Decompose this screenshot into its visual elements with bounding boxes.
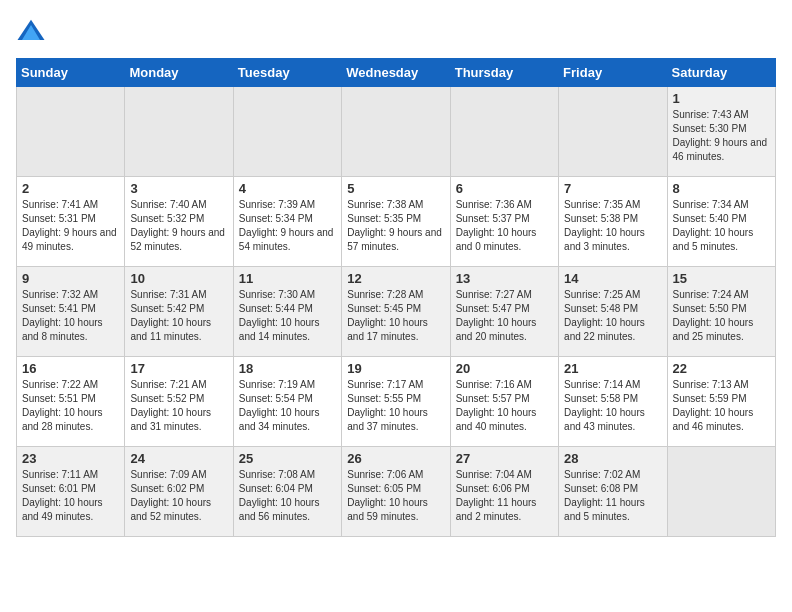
calendar-table: SundayMondayTuesdayWednesdayThursdayFrid…: [16, 58, 776, 537]
weekday-header-monday: Monday: [125, 59, 233, 87]
day-number: 6: [456, 181, 553, 196]
day-number: 24: [130, 451, 227, 466]
calendar-cell: [450, 87, 558, 177]
day-number: 18: [239, 361, 336, 376]
calendar-cell: [667, 447, 775, 537]
day-info: Sunrise: 7:08 AM Sunset: 6:04 PM Dayligh…: [239, 468, 336, 524]
day-info: Sunrise: 7:38 AM Sunset: 5:35 PM Dayligh…: [347, 198, 444, 254]
calendar-cell: 3Sunrise: 7:40 AM Sunset: 5:32 PM Daylig…: [125, 177, 233, 267]
day-info: Sunrise: 7:28 AM Sunset: 5:45 PM Dayligh…: [347, 288, 444, 344]
calendar-cell: 21Sunrise: 7:14 AM Sunset: 5:58 PM Dayli…: [559, 357, 667, 447]
day-number: 23: [22, 451, 119, 466]
weekday-header-tuesday: Tuesday: [233, 59, 341, 87]
weekday-header-saturday: Saturday: [667, 59, 775, 87]
day-info: Sunrise: 7:06 AM Sunset: 6:05 PM Dayligh…: [347, 468, 444, 524]
week-row-3: 9Sunrise: 7:32 AM Sunset: 5:41 PM Daylig…: [17, 267, 776, 357]
day-number: 22: [673, 361, 770, 376]
calendar-cell: 13Sunrise: 7:27 AM Sunset: 5:47 PM Dayli…: [450, 267, 558, 357]
page-header: [16, 16, 776, 46]
day-info: Sunrise: 7:40 AM Sunset: 5:32 PM Dayligh…: [130, 198, 227, 254]
calendar-cell: 27Sunrise: 7:04 AM Sunset: 6:06 PM Dayli…: [450, 447, 558, 537]
day-info: Sunrise: 7:41 AM Sunset: 5:31 PM Dayligh…: [22, 198, 119, 254]
week-row-5: 23Sunrise: 7:11 AM Sunset: 6:01 PM Dayli…: [17, 447, 776, 537]
day-number: 4: [239, 181, 336, 196]
day-info: Sunrise: 7:16 AM Sunset: 5:57 PM Dayligh…: [456, 378, 553, 434]
calendar-cell: 18Sunrise: 7:19 AM Sunset: 5:54 PM Dayli…: [233, 357, 341, 447]
day-info: Sunrise: 7:35 AM Sunset: 5:38 PM Dayligh…: [564, 198, 661, 254]
day-info: Sunrise: 7:39 AM Sunset: 5:34 PM Dayligh…: [239, 198, 336, 254]
calendar-cell: 20Sunrise: 7:16 AM Sunset: 5:57 PM Dayli…: [450, 357, 558, 447]
calendar-cell: 8Sunrise: 7:34 AM Sunset: 5:40 PM Daylig…: [667, 177, 775, 267]
day-number: 5: [347, 181, 444, 196]
day-number: 13: [456, 271, 553, 286]
day-number: 2: [22, 181, 119, 196]
day-number: 9: [22, 271, 119, 286]
day-number: 12: [347, 271, 444, 286]
day-info: Sunrise: 7:25 AM Sunset: 5:48 PM Dayligh…: [564, 288, 661, 344]
calendar-cell: 16Sunrise: 7:22 AM Sunset: 5:51 PM Dayli…: [17, 357, 125, 447]
day-number: 19: [347, 361, 444, 376]
calendar-cell: [125, 87, 233, 177]
day-info: Sunrise: 7:19 AM Sunset: 5:54 PM Dayligh…: [239, 378, 336, 434]
calendar-cell: 12Sunrise: 7:28 AM Sunset: 5:45 PM Dayli…: [342, 267, 450, 357]
day-info: Sunrise: 7:24 AM Sunset: 5:50 PM Dayligh…: [673, 288, 770, 344]
weekday-header-sunday: Sunday: [17, 59, 125, 87]
day-info: Sunrise: 7:09 AM Sunset: 6:02 PM Dayligh…: [130, 468, 227, 524]
week-row-1: 1Sunrise: 7:43 AM Sunset: 5:30 PM Daylig…: [17, 87, 776, 177]
day-info: Sunrise: 7:30 AM Sunset: 5:44 PM Dayligh…: [239, 288, 336, 344]
calendar-cell: 14Sunrise: 7:25 AM Sunset: 5:48 PM Dayli…: [559, 267, 667, 357]
day-number: 26: [347, 451, 444, 466]
weekday-header-row: SundayMondayTuesdayWednesdayThursdayFrid…: [17, 59, 776, 87]
calendar-cell: [17, 87, 125, 177]
day-info: Sunrise: 7:43 AM Sunset: 5:30 PM Dayligh…: [673, 108, 770, 164]
logo: [16, 16, 50, 46]
day-number: 7: [564, 181, 661, 196]
day-number: 28: [564, 451, 661, 466]
day-number: 17: [130, 361, 227, 376]
day-number: 10: [130, 271, 227, 286]
day-info: Sunrise: 7:14 AM Sunset: 5:58 PM Dayligh…: [564, 378, 661, 434]
day-info: Sunrise: 7:21 AM Sunset: 5:52 PM Dayligh…: [130, 378, 227, 434]
calendar-cell: 4Sunrise: 7:39 AM Sunset: 5:34 PM Daylig…: [233, 177, 341, 267]
calendar-cell: 17Sunrise: 7:21 AM Sunset: 5:52 PM Dayli…: [125, 357, 233, 447]
day-info: Sunrise: 7:32 AM Sunset: 5:41 PM Dayligh…: [22, 288, 119, 344]
week-row-4: 16Sunrise: 7:22 AM Sunset: 5:51 PM Dayli…: [17, 357, 776, 447]
calendar-cell: 24Sunrise: 7:09 AM Sunset: 6:02 PM Dayli…: [125, 447, 233, 537]
calendar-cell: 28Sunrise: 7:02 AM Sunset: 6:08 PM Dayli…: [559, 447, 667, 537]
calendar-cell: 9Sunrise: 7:32 AM Sunset: 5:41 PM Daylig…: [17, 267, 125, 357]
day-info: Sunrise: 7:27 AM Sunset: 5:47 PM Dayligh…: [456, 288, 553, 344]
calendar-cell: 1Sunrise: 7:43 AM Sunset: 5:30 PM Daylig…: [667, 87, 775, 177]
calendar-cell: [559, 87, 667, 177]
weekday-header-thursday: Thursday: [450, 59, 558, 87]
calendar-cell: 2Sunrise: 7:41 AM Sunset: 5:31 PM Daylig…: [17, 177, 125, 267]
day-info: Sunrise: 7:31 AM Sunset: 5:42 PM Dayligh…: [130, 288, 227, 344]
day-number: 8: [673, 181, 770, 196]
calendar-cell: 11Sunrise: 7:30 AM Sunset: 5:44 PM Dayli…: [233, 267, 341, 357]
calendar-cell: 6Sunrise: 7:36 AM Sunset: 5:37 PM Daylig…: [450, 177, 558, 267]
calendar-cell: 15Sunrise: 7:24 AM Sunset: 5:50 PM Dayli…: [667, 267, 775, 357]
day-info: Sunrise: 7:02 AM Sunset: 6:08 PM Dayligh…: [564, 468, 661, 524]
day-info: Sunrise: 7:11 AM Sunset: 6:01 PM Dayligh…: [22, 468, 119, 524]
calendar-cell: 19Sunrise: 7:17 AM Sunset: 5:55 PM Dayli…: [342, 357, 450, 447]
calendar-cell: 26Sunrise: 7:06 AM Sunset: 6:05 PM Dayli…: [342, 447, 450, 537]
calendar-cell: [233, 87, 341, 177]
weekday-header-wednesday: Wednesday: [342, 59, 450, 87]
calendar-cell: 22Sunrise: 7:13 AM Sunset: 5:59 PM Dayli…: [667, 357, 775, 447]
day-number: 27: [456, 451, 553, 466]
day-number: 16: [22, 361, 119, 376]
weekday-header-friday: Friday: [559, 59, 667, 87]
day-info: Sunrise: 7:36 AM Sunset: 5:37 PM Dayligh…: [456, 198, 553, 254]
logo-icon: [16, 16, 46, 46]
day-number: 20: [456, 361, 553, 376]
day-number: 21: [564, 361, 661, 376]
day-number: 3: [130, 181, 227, 196]
day-number: 11: [239, 271, 336, 286]
day-info: Sunrise: 7:17 AM Sunset: 5:55 PM Dayligh…: [347, 378, 444, 434]
calendar-cell: [342, 87, 450, 177]
day-info: Sunrise: 7:34 AM Sunset: 5:40 PM Dayligh…: [673, 198, 770, 254]
day-info: Sunrise: 7:04 AM Sunset: 6:06 PM Dayligh…: [456, 468, 553, 524]
calendar-cell: 7Sunrise: 7:35 AM Sunset: 5:38 PM Daylig…: [559, 177, 667, 267]
day-number: 25: [239, 451, 336, 466]
day-number: 14: [564, 271, 661, 286]
calendar-cell: 10Sunrise: 7:31 AM Sunset: 5:42 PM Dayli…: [125, 267, 233, 357]
